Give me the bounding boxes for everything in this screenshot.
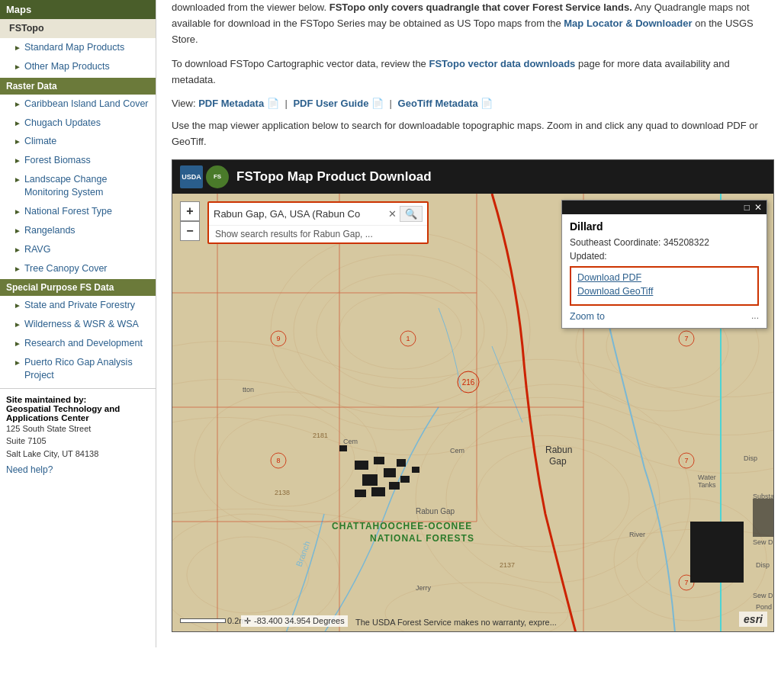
svg-text:Disp: Disp <box>756 561 770 569</box>
sidebar-maps-header: Maps <box>0 0 156 19</box>
zoom-in-button[interactable]: + <box>180 201 200 221</box>
scale-line: 0.2mi <box>180 616 248 625</box>
sidebar-item-forest-biomass[interactable]: ► Forest Biomass <box>0 151 156 170</box>
fs-logo: FS <box>206 165 229 188</box>
popup-download-links: Download PDF Download GeoTiff <box>570 266 759 306</box>
svg-rect-44 <box>362 474 378 486</box>
map-header: USDA FS FSTopo Map Product Download <box>172 160 773 194</box>
intro-paragraph-1: downloaded from the viewer below. FSTopo… <box>172 0 766 47</box>
popup-download-geotiff-link[interactable]: Download GeoTiff <box>577 286 751 297</box>
popup-zoom-link[interactable]: Zoom to <box>570 311 605 322</box>
search-suggestion[interactable]: Show search results for Rabun Gap, ... <box>209 225 427 242</box>
popup-restore-button[interactable]: □ <box>744 202 750 213</box>
sidebar-special-header: Special Purpose FS Data <box>0 279 156 296</box>
coordinates-bar: ✛ -83.400 34.954 Degrees <box>241 615 348 627</box>
svg-rect-43 <box>374 457 384 464</box>
zoom-out-button[interactable]: − <box>180 221 200 241</box>
bullet-icon: ► <box>14 226 21 236</box>
sidebar-item-ravg[interactable]: ► RAVG <box>0 240 156 259</box>
intro-paragraph-2: To download FSTopo Cartographic vector d… <box>172 56 766 88</box>
zoom-controls: + − <box>180 201 200 241</box>
map-disclaimer: The USDA Forest Service makes no warrant… <box>355 618 728 627</box>
view-links-row: View: PDF Metadata 📄 | PDF User Guide 📄 … <box>172 98 766 109</box>
search-clear-button[interactable]: ✕ <box>388 208 397 220</box>
map-locator-link[interactable]: Map Locator & Downloader <box>564 18 692 29</box>
svg-text:Rabun: Rabun <box>545 445 572 455</box>
sidebar-item-research[interactable]: ► Research and Development <box>0 334 156 353</box>
search-box: Rabun Gap, GA, USA (Rabun Co ✕ 🔍 Show se… <box>207 201 429 244</box>
svg-text:Cem: Cem <box>450 447 464 454</box>
popup-titlebar: □ ✕ <box>562 201 767 214</box>
vector-data-link[interactable]: FSTopo vector data downloads <box>429 58 575 69</box>
bullet-icon: ► <box>14 62 21 72</box>
popup-more-button[interactable]: ... <box>751 310 759 321</box>
svg-text:Water: Water <box>698 474 716 481</box>
site-maintained-label: Site maintained by: <box>6 395 86 404</box>
svg-text:Substa: Substa <box>753 493 773 500</box>
sidebar-item-landscape-change[interactable]: ► Landscape Change Monitoring System <box>0 170 156 202</box>
svg-rect-49 <box>389 482 400 490</box>
geotiff-link[interactable]: GeoTiff Metadata <box>398 98 478 109</box>
svg-text:tton: tton <box>243 386 254 393</box>
sidebar-item-climate[interactable]: ► Climate <box>0 132 156 151</box>
bullet-icon: ► <box>14 264 21 275</box>
popup-download-pdf-link[interactable]: Download PDF <box>577 272 751 283</box>
bullet-icon: ► <box>14 175 21 185</box>
svg-text:2138: 2138 <box>275 489 290 496</box>
main-content: downloaded from the viewer below. FSTopo… <box>156 0 781 647</box>
usda-logo: USDA <box>180 165 203 188</box>
need-help-link[interactable]: Need help? <box>6 464 149 475</box>
sidebar-item-chugach[interactable]: ► Chugach Updates <box>0 114 156 133</box>
org-name: Geospatial Technology and Applications C… <box>6 404 120 422</box>
svg-text:Jerry: Jerry <box>416 584 431 592</box>
sidebar-fstopo[interactable]: FSTopo <box>0 19 156 38</box>
bullet-icon: ► <box>14 207 21 217</box>
popup-close-button[interactable]: ✕ <box>754 202 762 213</box>
org-address: 125 South State Street Suite 7105 Salt L… <box>6 422 149 461</box>
svg-text:1: 1 <box>406 335 410 342</box>
svg-text:Sew Disp: Sew Disp <box>753 592 773 599</box>
map-container: USDA FS FSTopo Map Product Download <box>172 159 774 632</box>
sidebar: Maps FSTopo ► Standard Map Products ► Ot… <box>0 0 156 647</box>
svg-rect-52 <box>412 467 419 473</box>
search-submit-button[interactable]: 🔍 <box>400 206 423 222</box>
svg-text:Pond: Pond <box>756 603 772 611</box>
sidebar-item-national-forest-type[interactable]: ► National Forest Type <box>0 202 156 221</box>
svg-text:NATIONAL FORESTS: NATIONAL FORESTS <box>370 533 474 544</box>
bullet-icon: ► <box>14 339 21 349</box>
bullet-icon: ► <box>14 156 21 166</box>
svg-rect-42 <box>355 461 368 470</box>
popup-updated-label: Updated: <box>570 251 759 262</box>
map-body[interactable]: 2181 2137 2138 <box>172 194 773 632</box>
search-input[interactable]: Rabun Gap, GA, USA (Rabun Co <box>214 208 385 220</box>
site-maintained-section: Site maintained by: Geospatial Technolog… <box>0 388 156 482</box>
sidebar-other-map[interactable]: ► Other Map Products <box>0 57 156 76</box>
sidebar-item-state-private[interactable]: ► State and Private Forestry <box>0 296 156 315</box>
sidebar-item-caribbean[interactable]: ► Caribbean Island Land Cover <box>0 95 156 114</box>
svg-text:River: River <box>629 531 645 538</box>
svg-rect-46 <box>397 459 406 467</box>
svg-text:7: 7 <box>684 579 688 586</box>
sidebar-item-wilderness[interactable]: ► Wilderness & WSR & WSA <box>0 315 156 334</box>
svg-text:8: 8 <box>276 457 280 464</box>
pdf-metadata-link[interactable]: PDF Metadata <box>198 98 264 109</box>
sidebar-raster-header: Raster Data <box>0 78 156 95</box>
svg-text:Rabun Gap: Rabun Gap <box>416 507 455 515</box>
map-popup: □ ✕ Dillard Southeast Coordinate: 345208… <box>561 200 767 329</box>
pdf-guide-link[interactable]: PDF User Guide <box>293 98 368 109</box>
sidebar-standard-map[interactable]: ► Standard Map Products <box>0 38 156 57</box>
sidebar-item-puerto-rico[interactable]: ► Puerto Rico Gap Analysis Project <box>0 353 156 385</box>
svg-text:CHATTAHOOCHEE-OCONEE: CHATTAHOOCHEE-OCONEE <box>332 521 472 531</box>
svg-text:Disp: Disp <box>744 454 757 462</box>
sidebar-item-rangelands[interactable]: ► Rangelands <box>0 221 156 240</box>
scale-line-bar <box>180 618 226 623</box>
svg-rect-54 <box>753 499 773 537</box>
svg-rect-50 <box>339 445 347 451</box>
esri-logo: esri <box>739 612 767 627</box>
sidebar-item-tree-canopy[interactable]: ► Tree Canopy Cover <box>0 259 156 278</box>
svg-rect-51 <box>400 476 410 483</box>
bullet-icon: ► <box>14 99 21 110</box>
svg-rect-45 <box>384 468 396 477</box>
scale-bar: 0.2mi <box>180 616 248 627</box>
map-title: FSTopo Map Product Download <box>236 169 432 185</box>
